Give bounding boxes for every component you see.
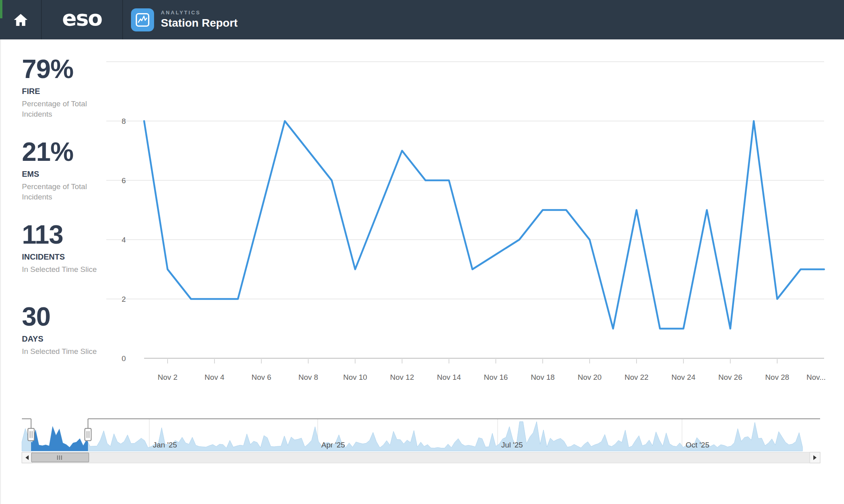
navigator[interactable]: Jan '25Apr '25Jul '25Oct '25 <box>22 419 820 463</box>
y-axis-tick-label: 8 <box>121 117 126 125</box>
navigator-handle-right[interactable] <box>85 428 91 441</box>
navigator-handle-left[interactable] <box>28 428 34 441</box>
x-axis-tick-label: Nov 20 <box>578 373 602 381</box>
incident-line-series[interactable] <box>144 121 824 329</box>
x-axis-tick-label: Nov 12 <box>390 373 414 381</box>
navigator-month-label: Jul '25 <box>501 441 523 449</box>
x-axis-tick-label: Nov 8 <box>298 373 318 381</box>
x-axis-tick-label: Nov 6 <box>252 373 272 381</box>
x-axis-tick-label: Nov 24 <box>672 373 696 381</box>
navigator-month-label: Oct '25 <box>686 441 709 449</box>
x-axis-tick-label: Nov 22 <box>625 373 649 381</box>
x-axis-tick-label: Nov 10 <box>343 373 367 381</box>
navigator-month-label: Apr '25 <box>321 441 345 449</box>
navigator-scrollbar-thumb[interactable] <box>31 453 89 462</box>
station-report-visualization: 02468Nov 2Nov 4Nov 6Nov 8Nov 10Nov 12Nov… <box>0 0 844 504</box>
x-axis-tick-label: Nov 14 <box>437 373 461 381</box>
y-axis-tick-label: 6 <box>121 176 126 185</box>
x-axis-overflow-label: Nov... <box>807 373 826 381</box>
navigator-month-label: Jan '25 <box>153 441 177 449</box>
x-axis-tick-label: Nov 4 <box>205 373 225 381</box>
scroll-left-button[interactable] <box>22 452 32 463</box>
main-chart[interactable]: 02468Nov 2Nov 4Nov 6Nov 8Nov 10Nov 12Nov… <box>106 62 826 381</box>
x-axis-tick-label: Nov 2 <box>158 373 178 381</box>
station-report-page: eso ANALYTICS Station Report 79% FIRE Pe… <box>0 0 844 504</box>
scroll-right-button[interactable] <box>810 452 820 463</box>
y-axis-tick-label: 0 <box>121 354 126 363</box>
x-axis-tick-label: Nov 26 <box>718 373 742 381</box>
navigator-scrollbar-track[interactable] <box>22 452 820 463</box>
y-axis-tick-label: 4 <box>121 236 126 244</box>
x-axis-tick-label: Nov 16 <box>484 373 508 381</box>
y-axis-tick-label: 2 <box>121 295 126 303</box>
x-axis-tick-label: Nov 28 <box>765 373 789 381</box>
x-axis-tick-label: Nov 18 <box>531 373 555 381</box>
